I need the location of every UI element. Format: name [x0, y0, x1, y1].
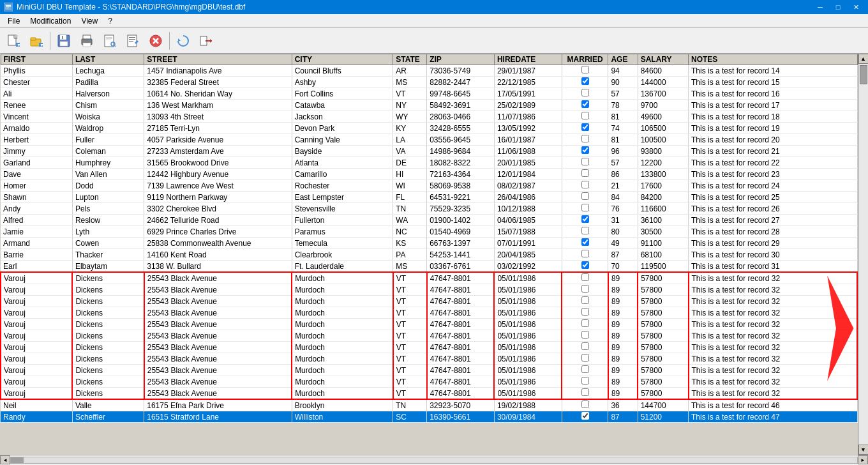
col-header-street[interactable]: STREET: [144, 54, 292, 65]
married-cell[interactable]: [562, 319, 608, 330]
col-header-age[interactable]: AGE: [608, 54, 638, 65]
married-cell[interactable]: [562, 111, 608, 123]
married-checkbox[interactable]: [581, 123, 589, 131]
table-row[interactable]: GarlandHumphrey31565 Brookwood DriveAtla…: [1, 157, 857, 169]
married-cell[interactable]: [562, 388, 608, 400]
table-row[interactable]: ShawnLupton9119 Northern ParkwayEast Lem…: [1, 192, 857, 203]
table-row[interactable]: HerbertFuller4057 Parkside AvenueCanning…: [1, 134, 857, 146]
married-checkbox[interactable]: [581, 342, 589, 350]
table-row[interactable]: EarlElbaytam3138 W. BullardFt. Lauderdal…: [1, 261, 857, 273]
delete-button[interactable]: [145, 30, 167, 52]
table-row[interactable]: ArnaldoWaldrop27185 Terri-LynDevon ParkK…: [1, 123, 857, 134]
col-header-first[interactable]: FIRST: [1, 54, 72, 65]
table-row[interactable]: VaroujDickens25543 Black AvenueMurdochVT…: [1, 296, 857, 307]
save-button[interactable]: [53, 30, 75, 52]
table-row[interactable]: AlfredReslow24662 Telluride RoadFullerto…: [1, 215, 857, 226]
married-cell[interactable]: [562, 180, 608, 192]
scroll-up-arrow[interactable]: ▲: [858, 54, 869, 64]
scroll-thumb-vertical[interactable]: [860, 65, 867, 84]
scroll-left-arrow[interactable]: ◄: [0, 455, 10, 464]
married-checkbox[interactable]: [581, 319, 589, 327]
married-checkbox[interactable]: [581, 354, 589, 362]
col-header-notes[interactable]: NOTES: [689, 54, 858, 65]
table-row[interactable]: VaroujDickens25543 Black AvenueMurdochVT…: [1, 330, 857, 342]
table-row[interactable]: BarrieThacker14160 Kent RoadClearbrookPA…: [1, 249, 857, 261]
col-header-state[interactable]: STATE: [393, 54, 427, 65]
table-row[interactable]: ReneeChism136 West MarkhamCatawbaNY58492…: [1, 100, 857, 111]
married-checkbox[interactable]: [581, 308, 589, 316]
table-row[interactable]: HomerDodd7139 Lawrence Ave WestRochester…: [1, 180, 857, 192]
table-row[interactable]: VaroujDickens25543 Black AvenueMurdochVT…: [1, 376, 857, 388]
table-row[interactable]: VaroujDickens25543 Black AvenueMurdochVT…: [1, 319, 857, 330]
menu-help[interactable]: ?: [103, 15, 117, 27]
married-cell[interactable]: [562, 100, 608, 111]
scroll-right-arrow[interactable]: ►: [858, 455, 868, 464]
married-checkbox[interactable]: [581, 100, 589, 108]
married-checkbox[interactable]: [581, 135, 589, 142]
close-button[interactable]: ✕: [848, 0, 864, 14]
table-row[interactable]: JimmyColeman27233 Amsterdam AveBaysideVA…: [1, 146, 857, 157]
married-cell[interactable]: [562, 249, 608, 261]
table-row[interactable]: ArmandCowen25838 Commonwealth AvenueTeme…: [1, 238, 857, 249]
married-checkbox[interactable]: [581, 400, 589, 408]
print-button[interactable]: [76, 30, 98, 52]
col-header-zip[interactable]: ZIP: [427, 54, 495, 65]
married-cell[interactable]: [562, 284, 608, 296]
menu-modification[interactable]: Modification: [25, 15, 76, 27]
table-row[interactable]: VaroujDickens25543 Black AvenueMurdochVT…: [1, 307, 857, 319]
married-cell[interactable]: [562, 157, 608, 169]
table-row[interactable]: VaroujDickens25543 Black AvenueMurdochVT…: [1, 272, 857, 284]
married-checkbox[interactable]: [581, 377, 589, 385]
married-checkbox[interactable]: [581, 412, 589, 420]
married-checkbox[interactable]: [581, 250, 589, 257]
married-cell[interactable]: [562, 330, 608, 342]
married-checkbox[interactable]: [581, 238, 589, 246]
married-cell[interactable]: [562, 296, 608, 307]
married-cell[interactable]: [562, 261, 608, 273]
married-checkbox[interactable]: [581, 331, 589, 339]
table-row[interactable]: DaveVan Allen12442 Highbury AvenueCamari…: [1, 169, 857, 180]
scroll-down-arrow[interactable]: ▼: [858, 445, 869, 455]
married-checkbox[interactable]: [581, 204, 589, 211]
married-cell[interactable]: [562, 215, 608, 226]
married-checkbox[interactable]: [581, 273, 589, 281]
married-checkbox[interactable]: [581, 192, 589, 200]
married-cell[interactable]: [562, 307, 608, 319]
married-cell[interactable]: [562, 226, 608, 238]
table-row[interactable]: VaroujDickens25543 Black AvenueMurdochVT…: [1, 353, 857, 365]
married-checkbox[interactable]: [581, 77, 589, 85]
married-checkbox[interactable]: [581, 365, 589, 373]
table-row[interactable]: AliHalverson10614 No. Sheridan WayFort C…: [1, 88, 857, 100]
married-cell[interactable]: [562, 203, 608, 215]
col-header-hiredate[interactable]: HIREDATE: [494, 54, 562, 65]
edit-button[interactable]: [122, 30, 144, 52]
open-button[interactable]: ▼: [26, 30, 47, 52]
table-row[interactable]: NeilValle16175 Efna Park DriveBrooklynTN…: [1, 399, 857, 411]
maximize-button[interactable]: □: [830, 0, 846, 14]
married-checkbox[interactable]: [581, 158, 589, 165]
preview-button[interactable]: [99, 30, 121, 52]
col-header-salary[interactable]: SALARY: [638, 54, 688, 65]
married-cell[interactable]: [562, 411, 608, 423]
married-cell[interactable]: [562, 272, 608, 284]
married-cell[interactable]: [562, 146, 608, 157]
married-cell[interactable]: [562, 192, 608, 203]
married-checkbox[interactable]: [581, 89, 589, 96]
married-checkbox[interactable]: [581, 227, 589, 234]
refresh-button[interactable]: [172, 30, 194, 52]
married-checkbox[interactable]: [581, 146, 589, 154]
table-row[interactable]: PhyllisLechuga1457 Indianapolis AveCounc…: [1, 65, 857, 77]
table-row[interactable]: VaroujDickens25543 Black AvenueMurdochVT…: [1, 342, 857, 353]
menu-file[interactable]: File: [3, 15, 25, 27]
table-row[interactable]: VaroujDickens25543 Black AvenueMurdochVT…: [1, 284, 857, 296]
vertical-scrollbar[interactable]: ▲ ▼: [858, 54, 868, 455]
married-checkbox[interactable]: [581, 296, 589, 304]
table-row[interactable]: VincentWoiska13093 4th StreetJacksonWY28…: [1, 111, 857, 123]
married-cell[interactable]: [562, 238, 608, 249]
table-row[interactable]: VaroujDickens25543 Black AvenueMurdochVT…: [1, 365, 857, 376]
married-cell[interactable]: [562, 123, 608, 134]
minimize-button[interactable]: ─: [812, 0, 828, 14]
married-cell[interactable]: [562, 342, 608, 353]
married-checkbox[interactable]: [581, 112, 589, 119]
married-checkbox[interactable]: [581, 169, 589, 177]
